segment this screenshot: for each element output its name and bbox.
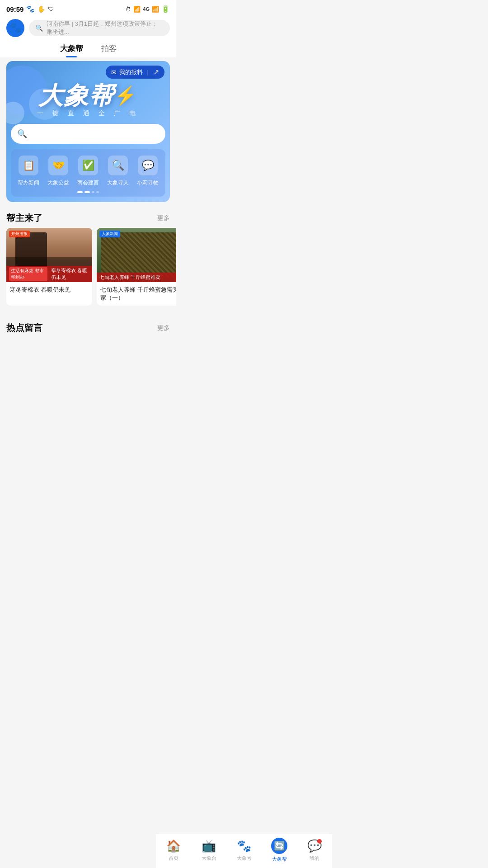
my-report-button[interactable]: ✉ 我的报料 | ↗ [106, 66, 164, 79]
wifi-icon: 📶 [133, 6, 141, 13]
header: 🐾 🔍 河南你早 | 3月1日起，郑州这项政策停止；乘坐进... [0, 16, 176, 41]
shortcut-proposal[interactable]: ✅ 两会建言 [77, 156, 99, 187]
lightning-icon: ⚡ [114, 86, 138, 104]
page-indicator [14, 191, 163, 193]
card-2-overlay: 七旬老人养蜂 千斤蜂蜜难卖 [97, 273, 176, 282]
banner-title-area: 大象帮⚡ 一 键 直 通 全 广 电 [6, 79, 170, 124]
tab-daxiangbang[interactable]: 大象帮 [60, 43, 83, 57]
card-1-channel-tag: 郑州播报 [9, 231, 30, 237]
app-logo[interactable]: 🐾 [6, 19, 24, 37]
shortcut-proposal-label: 两会建言 [77, 179, 99, 187]
charity-icon: 🤝 [48, 156, 68, 175]
logo-paw-icon: 🐾 [9, 22, 22, 34]
refresh-icon: ↗ [153, 68, 159, 76]
card-1-caption: 寒冬寄棉衣 春暖仍未见 [6, 282, 92, 297]
battery-icon: 🔋 [161, 5, 170, 13]
shortcut-find-person-label: 大象寻人 [107, 179, 129, 187]
bangzhu-title-wrapper: 帮主来了 [6, 212, 42, 224]
card-2[interactable]: 大象新闻 七旬老人养蜂 千斤蜂蜜难卖 七旬老人养蜂 千斤蜂蜜急需买家（一） [97, 228, 176, 306]
banner-search-input[interactable] [31, 130, 159, 137]
card-2-channel-tag: 大象新闻 [99, 231, 120, 237]
dot-2 [84, 191, 90, 193]
envelope-icon: ✉ [111, 69, 117, 76]
shortcut-find-item-label: 小莉寻物 [137, 179, 159, 187]
my-report-label: 我的报料 [119, 68, 143, 76]
card-2-thumb: 大象新闻 七旬老人养蜂 千斤蜂蜜难卖 [97, 228, 176, 282]
banner-main-title: 大象帮⚡ [38, 83, 138, 108]
banner: ✉ 我的报料 | ↗ 大象帮⚡ 一 键 直 通 全 广 电 🔍 [6, 61, 170, 202]
banner-subtitle: 一 键 直 通 全 广 电 [37, 109, 139, 118]
card-2-overlay-text: 七旬老人养蜂 千斤蜂蜜难卖 [99, 274, 160, 281]
dot-4 [96, 191, 99, 193]
shortcut-help-news-label: 帮办新闻 [18, 179, 39, 187]
shortcuts-row: 📋 帮办新闻 🤝 大象公益 ✅ 两会建言 🔍 大象寻人 [14, 156, 163, 187]
status-icons: ⏱ 📶 4G 📶 🔋 [125, 5, 170, 13]
main-search-bar[interactable]: 🔍 河南你早 | 3月1日起，郑州这项政策停止；乘坐进... [29, 20, 170, 36]
signal-icon: 📶 [152, 6, 159, 13]
banner-shortcuts: 📋 帮办新闻 🤝 大象公益 ✅ 两会建言 🔍 大象寻人 [11, 149, 165, 197]
bangzhu-cards: 郑州播报 生活有麻烦 都市帮到办 寒冬寄棉衣 春暖仍未见 寒冬寄棉衣 春暖仍未见… [0, 228, 176, 312]
bangzhu-more-link[interactable]: 更多 [157, 214, 170, 222]
dot-1 [77, 191, 83, 193]
hotcomment-title-wrapper: 热点留言 [6, 322, 42, 334]
help-news-icon: 📋 [19, 156, 38, 175]
card-1[interactable]: 郑州播报 生活有麻烦 都市帮到办 寒冬寄棉衣 春暖仍未见 寒冬寄棉衣 春暖仍未见 [6, 228, 92, 306]
bangzhu-section-header: 帮主来了 更多 [0, 206, 176, 228]
shortcut-help-news[interactable]: 📋 帮办新闻 [18, 156, 39, 187]
spacer [0, 312, 176, 316]
tab-paike[interactable]: 拍客 [101, 43, 117, 57]
banner-search-bar[interactable]: 🔍 [11, 124, 165, 144]
paw-icon: 🐾 [26, 5, 35, 13]
status-bar: 09:59 🐾 ✋ 🛡 ⏱ 📶 4G 📶 🔋 [0, 0, 176, 16]
shortcut-find-item[interactable]: 💬 小莉寻物 [137, 156, 159, 187]
find-person-icon: 🔍 [108, 156, 128, 175]
banner-search-icon: 🔍 [17, 129, 27, 139]
card-2-caption: 七旬老人养蜂 千斤蜂蜜急需买家（一） [97, 282, 176, 306]
dot-3 [92, 191, 94, 193]
status-time: 09:59 [6, 5, 23, 13]
timer-icon: ⏱ [125, 6, 131, 13]
hotcomment-section-header: 热点留言 更多 [0, 316, 176, 338]
card-1-thumb: 郑州播报 生活有麻烦 都市帮到办 寒冬寄棉衣 春暖仍未见 [6, 228, 92, 282]
search-hint-text: 河南你早 | 3月1日起，郑州这项政策停止；乘坐进... [47, 20, 164, 36]
shortcut-charity[interactable]: 🤝 大象公益 [47, 156, 69, 187]
tab-bar: 大象帮 拍客 [0, 41, 176, 57]
find-item-icon: 💬 [138, 156, 158, 175]
shortcut-charity-label: 大象公益 [47, 179, 69, 187]
shortcut-find-person[interactable]: 🔍 大象寻人 [107, 156, 129, 187]
hotcomment-more-link[interactable]: 更多 [157, 324, 170, 332]
divider: | [147, 69, 149, 75]
card-1-overlay-text: 寒冬寄棉衣 春暖仍未见 [51, 267, 89, 281]
search-icon: 🔍 [35, 24, 43, 32]
shield-icon: 🛡 [48, 5, 54, 13]
hand-icon: ✋ [38, 5, 45, 13]
network-type: 4G [143, 6, 150, 12]
bangzhu-title: 帮主来了 [6, 212, 42, 224]
card-1-overlay: 生活有麻烦 都市帮到办 寒冬寄棉衣 春暖仍未见 [6, 266, 92, 282]
hotcomment-title: 热点留言 [6, 322, 42, 334]
proposal-icon: ✅ [78, 156, 98, 175]
